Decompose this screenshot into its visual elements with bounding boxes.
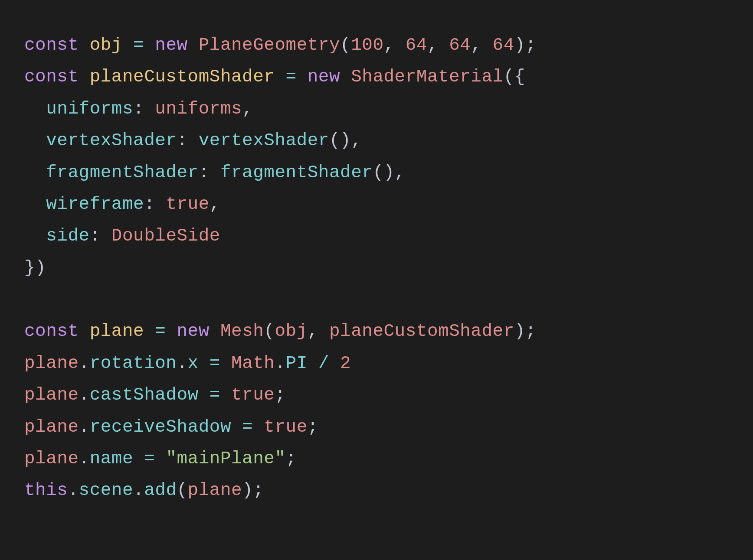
punct-colon: :: [177, 130, 187, 150]
punct-rparen: ): [383, 163, 394, 182]
variable-plane: plane: [90, 321, 144, 341]
punct-lparen: (: [340, 35, 351, 55]
punct-colon: :: [199, 163, 210, 182]
punct-dot: .: [79, 417, 90, 437]
punct-colon: :: [144, 194, 155, 214]
punct-semi: ;: [253, 480, 264, 500]
identifier-plane: plane: [24, 449, 79, 469]
keyword-const: const: [24, 67, 79, 87]
keyword-new: new: [155, 35, 187, 55]
punct-rparen: ): [35, 258, 46, 278]
operator-equals: =: [286, 67, 297, 87]
variable-obj: obj: [90, 35, 122, 55]
punct-semi: ;: [525, 321, 536, 341]
punct-dot: .: [79, 449, 90, 469]
punct-lparen: (: [264, 321, 275, 341]
identifier-doubleside: DoubleSide: [111, 226, 220, 246]
punct-dot: .: [79, 353, 90, 373]
property-castshadow: castShadow: [90, 385, 199, 405]
punct-dot: .: [79, 385, 90, 405]
boolean-true: true: [231, 385, 275, 405]
property-pi: PI: [286, 353, 308, 373]
identifier-uniforms: uniforms: [155, 99, 242, 119]
number-literal: 2: [340, 353, 351, 373]
class-shadermaterial: ShaderMaterial: [351, 67, 503, 87]
number-literal: 100: [351, 35, 383, 55]
property-wireframe: wireframe: [46, 194, 144, 214]
property-scene: scene: [79, 480, 134, 500]
property-rotation: rotation: [90, 353, 177, 373]
punct-comma: ,: [308, 321, 318, 341]
identifier-planecustomshader: planeCustomShader: [329, 321, 514, 341]
punct-rparen: ): [514, 321, 525, 341]
number-literal: 64: [406, 35, 427, 55]
punct-colon: :: [133, 99, 144, 119]
punct-comma: ,: [351, 130, 362, 150]
punct-rparen: ): [514, 35, 525, 55]
punct-semi: ;: [275, 385, 285, 405]
punct-rbrace: }: [24, 258, 35, 278]
punct-comma: ,: [395, 163, 406, 182]
punct-lparen: (: [177, 480, 187, 500]
variable-planecustomshader: planeCustomShader: [90, 67, 275, 87]
punct-rparen: ): [340, 130, 351, 150]
code-block: const obj = new PlaneGeometry(100, 64, 6…: [0, 0, 753, 536]
identifier-plane: plane: [24, 385, 79, 405]
function-vertexshader: vertexShader: [199, 130, 329, 150]
punct-dot: .: [133, 480, 144, 500]
punct-colon: :: [90, 226, 101, 246]
punct-lbrace: {: [514, 67, 525, 87]
property-uniforms: uniforms: [46, 99, 133, 119]
property-x: x: [188, 353, 199, 373]
punct-dot: .: [68, 480, 79, 500]
identifier-plane: plane: [24, 417, 79, 437]
identifier-obj: obj: [275, 321, 307, 341]
keyword-new: new: [308, 67, 340, 87]
class-math: Math: [231, 353, 275, 373]
punct-dot: .: [275, 353, 285, 373]
punct-comma: ,: [242, 99, 253, 119]
property-side: side: [46, 226, 89, 246]
string-mainplane: "mainPlane": [166, 449, 285, 469]
keyword-const: const: [24, 35, 79, 55]
punct-semi: ;: [286, 449, 297, 469]
number-literal: 64: [449, 35, 471, 55]
punct-semi: ;: [525, 35, 536, 55]
function-fragmentshader: fragmentShader: [220, 163, 373, 182]
operator-equals: =: [210, 385, 220, 405]
class-mesh: Mesh: [220, 321, 264, 341]
punct-lparen: (: [329, 130, 340, 150]
class-planegeometry: PlaneGeometry: [199, 35, 340, 55]
punct-lparen: (: [504, 67, 514, 87]
number-literal: 64: [493, 35, 514, 55]
property-name: name: [90, 449, 133, 469]
keyword-const: const: [24, 321, 79, 341]
punct-semi: ;: [308, 417, 318, 437]
property-fragmentshader: fragmentShader: [46, 163, 198, 182]
property-receiveshadow: receiveShadow: [90, 417, 231, 437]
punct-comma: ,: [210, 194, 220, 214]
operator-equals: =: [144, 449, 155, 469]
operator-equals: =: [133, 35, 144, 55]
property-vertexshader: vertexShader: [46, 130, 177, 150]
punct-rparen: ): [242, 480, 253, 500]
punct-lparen: (: [373, 163, 383, 182]
keyword-this: this: [24, 480, 68, 500]
punct-comma: ,: [427, 35, 438, 55]
boolean-true: true: [166, 194, 209, 214]
operator-divide: /: [318, 353, 329, 373]
punct-comma: ,: [383, 35, 394, 55]
punct-comma: ,: [471, 35, 481, 55]
identifier-plane: plane: [24, 353, 79, 373]
boolean-true: true: [264, 417, 307, 437]
keyword-new: new: [177, 321, 210, 341]
operator-equals: =: [242, 417, 253, 437]
punct-dot: .: [177, 353, 187, 373]
identifier-plane: plane: [188, 480, 242, 500]
operator-equals: =: [155, 321, 166, 341]
function-add: add: [144, 480, 177, 500]
operator-equals: =: [210, 353, 220, 373]
